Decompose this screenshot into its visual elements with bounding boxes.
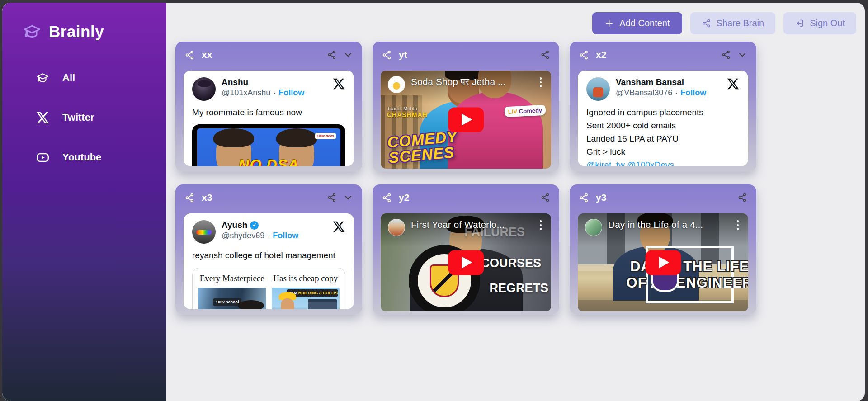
share-icon[interactable]: [540, 193, 550, 203]
main-content: Add Content Share Brain Sign Out xx: [166, 3, 865, 401]
media-caption-right: Has its cheap copy: [272, 274, 340, 283]
card-title: x3: [202, 192, 212, 203]
share-icon: [579, 50, 589, 60]
tweet-author-handle: @shydev69: [222, 231, 264, 241]
app-title: Brainly: [49, 23, 104, 41]
share-icon: [184, 50, 195, 60]
tweet-author-name: Vansham Bansal: [616, 77, 684, 87]
media-badge: 100x school: [213, 298, 241, 306]
share-icon: [184, 193, 195, 203]
video-titlebar: Day in the Life of a 4...: [578, 213, 748, 247]
sign-out-icon: [795, 19, 804, 28]
tweet-mention-links[interactable]: @kirat_tw @100xDevs: [586, 158, 740, 166]
plus-icon: [604, 19, 614, 28]
kebab-menu-icon[interactable]: [735, 219, 741, 230]
card-title: yt: [399, 49, 407, 60]
video-title[interactable]: Day in the Life of a 4...: [608, 219, 729, 231]
tweet-embed[interactable]: Anshu @101xAnshu · Follow My roommate is…: [184, 71, 354, 166]
tweet-media[interactable]: Every Masterpiece 100x school Has its ch…: [192, 268, 345, 309]
separator-dot: ·: [273, 88, 276, 98]
tweet-header: Anshu @101xAnshu · Follow: [192, 77, 345, 101]
media-badge: 100x devs: [315, 133, 336, 139]
tweet-text: reyansh college of hotel management: [192, 249, 345, 262]
chevron-down-icon[interactable]: [737, 50, 747, 60]
follow-link[interactable]: Follow: [680, 88, 706, 98]
thumbnail-word: REGRETS: [489, 281, 548, 295]
channel-avatar[interactable]: [585, 219, 602, 236]
video-title[interactable]: Soda Shop पर Jetha ...: [411, 76, 532, 88]
thumbnail-art: [308, 299, 337, 309]
tweet-embed[interactable]: Vansham Bansal @VBansal3076 · Follow Ign…: [578, 71, 748, 166]
youtube-play-button[interactable]: [645, 250, 681, 275]
youtube-icon: [36, 151, 50, 165]
avatar: [192, 77, 216, 101]
sidebar-item-label: Twitter: [62, 112, 94, 123]
content-card-x3: x3 Ayush ✓: [175, 184, 362, 315]
share-brain-button[interactable]: Share Brain: [690, 12, 776, 34]
chevron-down-icon[interactable]: [343, 193, 353, 203]
avatar: [586, 77, 610, 101]
share-icon[interactable]: [327, 50, 337, 60]
sidebar-item-youtube[interactable]: Youtube: [2, 147, 166, 167]
tweet-author-handle: @101xAnshu: [222, 88, 270, 98]
x-logo-icon[interactable]: [332, 220, 345, 233]
thumbnail-art: [239, 303, 263, 309]
content-card-y2: y2 CONCORDIA CUM VERITATE FAILURES COURS…: [373, 184, 559, 315]
content-card-x2: x2 Vansham Bansal @VBansal3076 ·: [570, 42, 756, 172]
share-icon: [382, 50, 392, 60]
thumbnail-caption: COMEDYSCENES: [387, 128, 459, 165]
add-content-label: Add Content: [619, 18, 670, 28]
tweet-author-name: Ayush: [222, 220, 247, 230]
tweet-header: Vansham Bansal @VBansal3076 · Follow: [586, 77, 740, 101]
video-titlebar: Soda Shop पर Jetha ...: [381, 71, 551, 104]
share-icon[interactable]: [540, 50, 550, 60]
youtube-play-button[interactable]: [448, 250, 484, 275]
video-thumbnail[interactable]: Taarak MehtaCHASHMAH LIV Comedy COMEDYSC…: [381, 71, 551, 169]
video-thumbnail[interactable]: CONCORDIA CUM VERITATE FAILURES COURSES …: [381, 213, 551, 311]
tweet-media[interactable]: NO DSA 100x devs: [192, 124, 345, 166]
card-header: x3: [175, 184, 362, 203]
content-card-y3: y3 DAY IN THE LIFE OF AN ENGINEER: [570, 184, 756, 315]
channel-avatar[interactable]: [388, 219, 405, 236]
content-card-yt: yt Taarak MehtaCHASHMAH LIV Comedy COMED…: [373, 42, 559, 172]
sign-out-button[interactable]: Sign Out: [783, 12, 856, 34]
app-window: Brainly All Twitter Youtube: [2, 3, 865, 401]
card-title: y3: [596, 192, 606, 203]
sidebar-item-twitter[interactable]: Twitter: [2, 108, 166, 127]
share-icon: [382, 193, 392, 203]
youtube-play-button[interactable]: [448, 107, 484, 132]
follow-link[interactable]: Follow: [273, 231, 298, 241]
card-header: yt: [373, 42, 559, 60]
card-title: x2: [596, 49, 606, 60]
tweet-text: My roommate is famous now: [192, 106, 345, 119]
tweet-embed[interactable]: Ayush ✓ @shydev69 · Follow reyansh colle…: [184, 213, 354, 309]
card-header: x2: [570, 42, 756, 60]
graduation-cap-icon: [22, 22, 42, 42]
tweet-media-image: NO DSA 100x devs: [197, 128, 340, 166]
card-title: y2: [399, 192, 409, 203]
tweet-text: Ignored in campus placements Sent 2000+ …: [586, 106, 740, 158]
x-logo-icon[interactable]: [332, 77, 345, 90]
content-card-xx: xx Anshu @101xAnshu ·: [175, 42, 362, 172]
separator-dot: ·: [267, 231, 270, 241]
sidebar-nav: All Twitter Youtube: [2, 68, 166, 167]
share-icon[interactable]: [737, 193, 747, 203]
video-titlebar: First Year of Waterlo...: [381, 213, 551, 247]
video-title[interactable]: First Year of Waterlo...: [411, 219, 532, 231]
kebab-menu-icon[interactable]: [538, 76, 544, 87]
sidebar-item-all[interactable]: All: [2, 68, 166, 88]
kebab-menu-icon[interactable]: [538, 219, 544, 230]
share-icon[interactable]: [721, 50, 731, 60]
media-image-right: I AM BUILDING A COLLEGE AT 25: [272, 288, 340, 309]
chevron-down-icon[interactable]: [343, 50, 353, 60]
follow-link[interactable]: Follow: [278, 88, 304, 98]
topbar: Add Content Share Brain Sign Out: [592, 12, 856, 34]
card-grid: xx Anshu @101xAnshu ·: [175, 42, 756, 315]
video-thumbnail[interactable]: DAY IN THE LIFE OF AN ENGINEER Day in th…: [578, 213, 748, 311]
channel-avatar[interactable]: [388, 76, 405, 93]
x-logo-icon[interactable]: [726, 77, 740, 90]
add-content-button[interactable]: Add Content: [592, 12, 682, 34]
media-headline: NO DSA: [197, 156, 340, 166]
share-icon[interactable]: [327, 193, 337, 203]
verified-badge-icon: ✓: [250, 221, 259, 230]
